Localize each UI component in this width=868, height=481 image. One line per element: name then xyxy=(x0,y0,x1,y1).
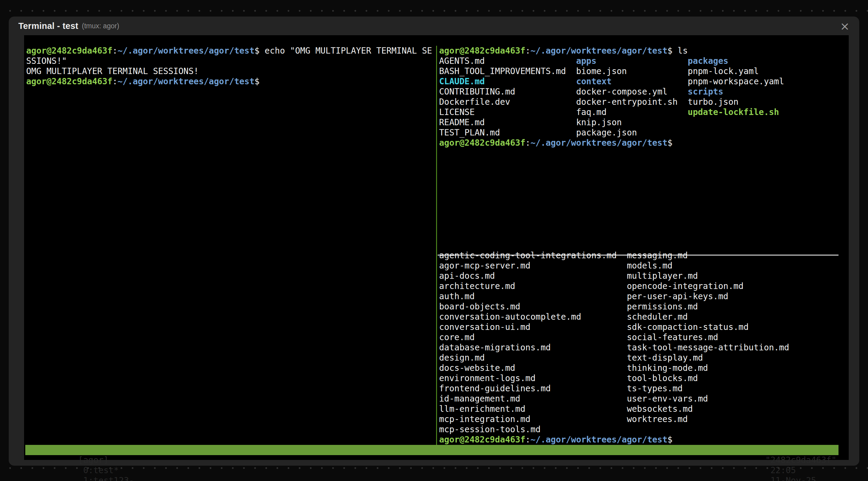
terminal-line: agentic-coding-tool-integrations.md mess… xyxy=(439,250,847,261)
pane-right-top-shell[interactable]: agor@2482c9da463f:~/.agor/worktrees/agor… xyxy=(439,46,847,148)
terminal-line: frontend-guidelines.md ts-types.md xyxy=(439,384,847,394)
terminal-text-segment: echo "OMG MULTIPLAYER TERMINAL SE xyxy=(259,46,432,56)
terminal-line: conversation-ui.md sdk-compaction-status… xyxy=(439,322,847,332)
terminal-line: agor@2482c9da463f:~/.agor/worktrees/agor… xyxy=(26,46,435,56)
pane-divider-vertical[interactable] xyxy=(436,46,437,445)
terminal-screen[interactable]: agor@2482c9da463f:~/.agor/worktrees/agor… xyxy=(24,35,849,460)
terminal-text-segment: social-features.md xyxy=(627,332,718,342)
terminal-text-segment: conversation-autocomplete.md xyxy=(439,312,627,322)
session-name: [agor] xyxy=(78,455,108,465)
terminal-text-segment: $ xyxy=(668,138,673,148)
terminal-text-segment: : xyxy=(113,46,118,56)
canvas-background: Terminal - test (tmux: agor) × agor@2482… xyxy=(0,0,868,481)
terminal-text-segment: scripts xyxy=(688,87,723,97)
terminal-line: llm-enrichment.md websockets.md xyxy=(439,404,847,414)
terminal-text-segment: board-objects.md xyxy=(439,302,627,311)
terminal-text-segment: package.json xyxy=(576,128,637,138)
terminal-text-segment: : xyxy=(526,138,531,148)
terminal-text-segment: models.md xyxy=(627,261,673,271)
terminal-text-segment: $ xyxy=(668,46,673,56)
terminal-text-segment: $ xyxy=(668,434,673,445)
terminal-text-segment: tool-blocks.md xyxy=(627,373,698,383)
terminal-text-segment: conversation-ui.md xyxy=(439,322,627,332)
terminal-text-segment: agor@2482c9da463f xyxy=(439,46,526,56)
terminal-line: BASH_TOOL_IMPROVEMENTS.md biome.json pnp… xyxy=(439,66,847,77)
pane-right-bottom-shell[interactable]: agentic-coding-tool-integrations.md mess… xyxy=(439,250,847,445)
terminal-text-segment: CONTRIBUTING.md xyxy=(439,87,576,97)
close-icon[interactable]: × xyxy=(838,20,851,33)
terminal-line: agor@2482c9da463f:~/.agor/worktrees/agor… xyxy=(439,46,847,56)
terminal-text-segment: BASH_TOOL_IMPROVEMENTS.md xyxy=(439,66,576,76)
terminal-text-segment: docker-entrypoint.sh xyxy=(576,97,688,107)
terminal-text-segment: ls xyxy=(672,46,688,56)
terminal-text-segment: agor@2482c9da463f xyxy=(439,138,526,148)
background-dot-grid-top xyxy=(0,9,868,12)
terminal-text-segment: : xyxy=(113,77,118,86)
terminal-line: CLAUDE.md context pnpm-workspace.yaml xyxy=(439,77,847,87)
terminal-text-segment: faq.md xyxy=(576,107,688,117)
window-subtitle: (tmux: agor) xyxy=(82,22,119,30)
terminal-text-segment: permissions.md xyxy=(627,302,698,311)
terminal-text-segment: auth.md xyxy=(439,291,627,301)
terminal-text-segment: Dockerfile.dev xyxy=(439,97,576,107)
status-date: 11-Nov-25 xyxy=(771,476,816,481)
terminal-text-segment: agor@2482c9da463f xyxy=(26,77,113,86)
window-tab-0[interactable]: 0:test* xyxy=(83,465,119,475)
terminal-text-segment: ~/.agor/worktrees/agor/test xyxy=(117,46,254,56)
terminal-line: SSIONS!" xyxy=(26,56,435,66)
status-bar-right: "2482c9da463f" 22:05 11-Nov-25 xyxy=(714,445,836,455)
window-title: Terminal - test xyxy=(18,21,78,31)
terminal-text-segment: packages xyxy=(688,56,728,66)
terminal-text-segment: pnpm-lock.yaml xyxy=(688,66,759,76)
terminal-text-segment: environment-logs.md xyxy=(439,373,627,383)
terminal-text-segment: ~/.agor/worktrees/agor/test xyxy=(530,434,667,445)
terminal-line: README.md knip.json xyxy=(439,117,847,128)
terminal-line: mcp-session-tools.md xyxy=(439,424,847,434)
terminal-text-segment: ~/.agor/worktrees/agor/test xyxy=(530,138,667,148)
terminal-text-segment: messaging.md xyxy=(627,250,688,260)
terminal-line: conversation-autocomplete.md scheduler.m… xyxy=(439,312,847,322)
terminal-line: environment-logs.md tool-blocks.md xyxy=(439,373,847,384)
terminal-line: architecture.md opencode-integration.md xyxy=(439,281,847,291)
terminal-line: board-objects.md permissions.md xyxy=(439,302,847,312)
terminal-text-segment: update-lockfile.sh xyxy=(688,107,779,117)
terminal-text-segment: worktrees.md xyxy=(627,414,688,424)
terminal-line: CONTRIBUTING.md docker-compose.yml scrip… xyxy=(439,87,847,97)
terminal-line: id-management.md user-env-vars.md xyxy=(439,394,847,404)
pane-left-shell[interactable]: agor@2482c9da463f:~/.agor/worktrees/agor… xyxy=(26,46,435,87)
status-bar-left: [agor] 0:test* 1:test123- xyxy=(27,445,134,455)
terminal-text-segment: frontend-guidelines.md xyxy=(439,384,627,393)
terminal-line: auth.md per-user-api-keys.md xyxy=(439,291,847,302)
terminal-text-segment: thinking-mode.md xyxy=(627,363,708,373)
status-time: 22:05 xyxy=(771,465,796,475)
terminal-text-segment: : xyxy=(526,434,531,445)
terminal-text-segment: agor@2482c9da463f xyxy=(26,46,113,56)
terminal-text-segment: per-user-api-keys.md xyxy=(627,291,728,301)
status-hostname: "2482c9da463f" xyxy=(765,455,836,465)
terminal-line: TEST_PLAN.md package.json xyxy=(439,128,847,138)
terminal-text-segment: mcp-integration.md xyxy=(439,414,627,424)
terminal-text-segment: user-env-vars.md xyxy=(627,394,708,404)
terminal-line: agor-mcp-server.md models.md xyxy=(439,261,847,271)
terminal-text-segment: id-management.md xyxy=(439,394,627,404)
terminal-text-segment: TEST_PLAN.md xyxy=(439,128,576,138)
terminal-text-segment: sdk-compaction-status.md xyxy=(627,322,749,332)
terminal-text-segment: SSIONS!" xyxy=(26,56,67,66)
terminal-text-segment: $ xyxy=(255,77,260,86)
terminal-text-segment: mcp-session-tools.md xyxy=(439,424,540,434)
terminal-text-segment: database-migrations.md xyxy=(439,342,627,353)
terminal-text-segment: turbo.json xyxy=(688,97,739,107)
terminal-text-segment: agor@2482c9da463f xyxy=(439,434,526,445)
terminal-window: Terminal - test (tmux: agor) × agor@2482… xyxy=(9,17,859,465)
terminal-line: LICENSE faq.md update-lockfile.sh xyxy=(439,107,847,117)
terminal-line: api-docs.md multiplayer.md xyxy=(439,271,847,281)
terminal-text-segment: pnpm-workspace.yaml xyxy=(688,77,784,86)
window-tab-1[interactable]: 1:test123- xyxy=(83,476,134,481)
window-titlebar: Terminal - test (tmux: agor) × xyxy=(9,17,859,35)
terminal-text-segment: docker-compose.yml xyxy=(576,87,688,97)
terminal-text-segment: ~/.agor/worktrees/agor/test xyxy=(117,77,254,86)
terminal-text-segment: AGENTS.md xyxy=(439,56,576,66)
terminal-line: design.md text-display.md xyxy=(439,353,847,363)
terminal-line: agor@2482c9da463f:~/.agor/worktrees/agor… xyxy=(439,434,847,445)
terminal-line: agor@2482c9da463f:~/.agor/worktrees/agor… xyxy=(439,138,847,148)
